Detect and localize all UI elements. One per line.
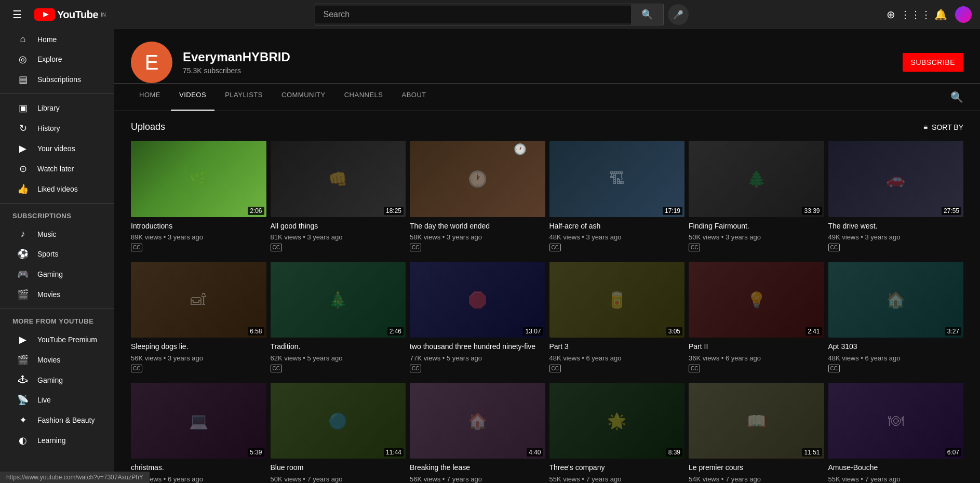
video-thumbnail-15: 🏠4:40	[410, 383, 545, 459]
video-card-11[interactable]: 💡2:41Part II36K views • 6 years agoCC	[689, 262, 824, 374]
search-button[interactable]: 🔍	[631, 4, 663, 25]
gaming2-icon: 🕹	[17, 374, 29, 385]
explore-icon: ◎	[17, 53, 29, 65]
sidebar-item-label: Gaming	[37, 376, 63, 384]
header-center: 🔍 🎤	[315, 4, 689, 25]
video-card-15[interactable]: 🏠4:40Breaking the lease56K views • 7 yea…	[410, 383, 545, 483]
sidebar-item-subscriptions[interactable]: ▤ Subscriptions	[4, 70, 110, 89]
video-card-3[interactable]: 🕐⋮🕐The day the world ended58K views • 3 …	[410, 141, 545, 253]
sort-by-label: SORT BY	[932, 123, 963, 131]
video-meta-9: 77K views • 5 years ago	[410, 354, 545, 363]
video-card-7[interactable]: 🛋6:58Sleeping dogs lie.56K views • 3 yea…	[131, 262, 266, 374]
sidebar-item-library[interactable]: ▣ Library	[4, 98, 110, 118]
notifications-bell-button[interactable]: 🔔	[930, 4, 951, 25]
sidebar-item-label: YouTube Premium	[37, 336, 97, 344]
sidebar-item-fashion-beauty[interactable]: ✦ Fashion & Beauty	[4, 410, 110, 430]
tab-community[interactable]: COMMUNITY	[273, 84, 334, 111]
sidebar-item-label: Live	[37, 396, 51, 404]
search-input[interactable]	[315, 6, 631, 23]
video-title-4: Half-acre of ash	[549, 221, 685, 231]
sort-by-button[interactable]: ≡ SORT BY	[923, 123, 963, 131]
video-duration-10: 3:05	[666, 327, 682, 336]
uploads-section: Uploads ≡ SORT BY 🌿2:06Introductions89K …	[114, 111, 980, 483]
video-meta-3: 58K views • 3 years ago	[410, 233, 545, 242]
video-card-16[interactable]: 🌟8:39Three's company55K views • 7 years …	[549, 383, 685, 483]
video-thumbnail-10: 🥫3:05	[549, 262, 685, 338]
sidebar-divider-1	[0, 93, 114, 94]
video-title-6: The drive west.	[828, 221, 964, 231]
sidebar-item-label: Liked videos	[37, 185, 78, 193]
channel-name: EverymanHYBRID	[183, 50, 892, 64]
sidebar-item-gaming[interactable]: 🎮 Gaming	[4, 264, 110, 284]
sidebar-item-movies[interactable]: 🎬 Movies	[4, 285, 110, 304]
video-card-17[interactable]: 📖11:51Le premier cours54K views • 7 year…	[689, 383, 824, 483]
sidebar-item-label: Learning	[37, 436, 66, 445]
video-card-4[interactable]: 🏗17:19Half-acre of ash48K views • 3 year…	[549, 141, 685, 253]
apps-grid-icon-button[interactable]: ⋮⋮⋮	[905, 4, 926, 25]
video-meta-5: 50K views • 3 years ago	[689, 233, 824, 242]
youtube-premium-icon: ▶	[17, 334, 29, 345]
video-duration-7: 6:58	[248, 327, 264, 336]
sidebar-item-label: Home	[37, 35, 57, 44]
video-title-2: All good things	[271, 221, 406, 231]
video-title-1: Introductions	[131, 221, 266, 231]
video-meta-10: 48K views • 6 years ago	[549, 354, 685, 363]
sidebar-item-explore[interactable]: ◎ Explore	[4, 49, 110, 69]
header-right: ⊕ ⋮⋮⋮ 🔔	[880, 4, 972, 25]
sidebar-item-learning[interactable]: ◐ Learning	[4, 431, 110, 450]
sidebar-item-youtube-premium[interactable]: ▶ YouTube Premium	[4, 330, 110, 350]
tab-playlists[interactable]: PLAYLISTS	[217, 84, 271, 111]
sidebar-item-label: Watch later	[37, 165, 74, 173]
video-card-8[interactable]: 🎄2:46Tradition.62K views • 5 years agoCC	[271, 262, 406, 374]
video-duration-18: 6:07	[945, 448, 961, 457]
video-card-9[interactable]: 🛑13:07two thousand three hundred ninety-…	[410, 262, 545, 374]
sidebar-item-gaming2[interactable]: 🕹 Gaming	[4, 370, 110, 390]
video-card-6[interactable]: 🚗27:55The drive west.49K views • 3 years…	[828, 141, 964, 253]
tab-about[interactable]: ABOUT	[394, 84, 435, 111]
learning-icon: ◐	[17, 435, 29, 446]
sidebar-item-label: Explore	[37, 55, 62, 63]
tab-channels[interactable]: CHANNELS	[336, 84, 392, 111]
video-title-17: Le premier cours	[689, 463, 824, 472]
sidebar-item-home[interactable]: ⌂ Home	[4, 30, 110, 49]
logo-superscript: IN	[101, 12, 106, 18]
subscribe-button[interactable]: SUBSCRIBE	[903, 53, 963, 72]
sidebar-item-live[interactable]: 📡 Live	[4, 390, 110, 410]
camera-icon-button[interactable]: ⊕	[880, 4, 901, 25]
video-card-18[interactable]: 🍽6:07Amuse-Bouche55K views • 7 years ago…	[828, 383, 964, 483]
video-meta-8: 62K views • 5 years ago	[271, 354, 406, 363]
channel-tabs: HOME VIDEOS PLAYLISTS COMMUNITY CHANNELS…	[114, 84, 980, 111]
hamburger-menu-button[interactable]: ☰	[8, 4, 26, 25]
tab-videos[interactable]: VIDEOS	[171, 84, 214, 111]
video-card-2[interactable]: 👊18:25All good things81K views • 3 years…	[271, 141, 406, 253]
tab-home[interactable]: HOME	[131, 84, 169, 111]
youtube-logo[interactable]: YouTubeIN	[34, 8, 106, 21]
sidebar-item-liked-videos[interactable]: 👍 Liked videos	[4, 179, 110, 199]
video-title-3: The day the world ended	[410, 221, 545, 231]
video-card-13[interactable]: 💻5:39christmas.51K views • 6 years agoCC	[131, 383, 266, 483]
video-cc-badge-12: CC	[828, 365, 840, 372]
video-meta-6: 49K views • 3 years ago	[828, 233, 964, 242]
video-meta-16: 55K views • 7 years ago	[549, 475, 685, 483]
video-card-5[interactable]: 🌲33:39Finding Fairmount.50K views • 3 ye…	[689, 141, 824, 253]
video-title-9: two thousand three hundred ninety-five	[410, 342, 545, 351]
video-duration-12: 3:27	[945, 327, 961, 336]
video-meta-1: 89K views • 3 years ago	[131, 233, 266, 242]
sidebar-item-sports[interactable]: ⚽ Sports	[4, 244, 110, 264]
sidebar-item-music[interactable]: ♪ Music	[4, 224, 110, 244]
microphone-button[interactable]: 🎤	[668, 4, 689, 25]
subscriptions-section-title: SUBSCRIPTIONS	[0, 208, 114, 224]
library-icon: ▣	[17, 102, 29, 114]
sidebar-item-movies2[interactable]: 🎬 Movies	[4, 350, 110, 370]
video-card-12[interactable]: 🏠3:27Apt 310348K views • 6 years agoCC	[828, 262, 964, 374]
sidebar-divider-2	[0, 203, 114, 204]
video-card-14[interactable]: 🔵11:44Blue room50K views • 7 years agoCC	[271, 383, 406, 483]
sidebar-item-your-videos[interactable]: ▶ Your videos	[4, 139, 110, 158]
sidebar-item-history[interactable]: ↻ History	[4, 118, 110, 138]
video-card-10[interactable]: 🥫3:05Part 348K views • 6 years agoCC	[549, 262, 685, 374]
video-card-1[interactable]: 🌿2:06Introductions89K views • 3 years ag…	[131, 141, 266, 253]
sidebar-item-watch-later[interactable]: ⊙ Watch later	[4, 159, 110, 179]
video-thumbnail-1: 🌿2:06	[131, 141, 266, 217]
avatar[interactable]	[955, 6, 972, 23]
channel-search-button[interactable]: 🔍	[950, 84, 963, 111]
